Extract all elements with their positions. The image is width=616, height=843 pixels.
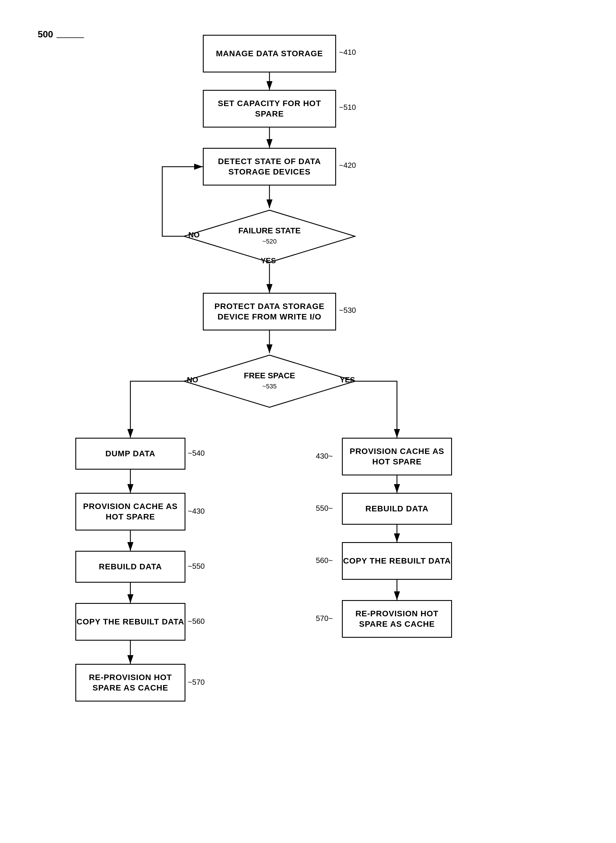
ref-570-right: 570~ xyxy=(316,614,333,623)
provision-cache-right-box: PROVISION CACHE AS HOT SPARE xyxy=(342,438,452,476)
ref-510: ~510 xyxy=(339,103,356,112)
svg-text:FREE SPACE: FREE SPACE xyxy=(244,371,295,380)
ref-570-left: ~570 xyxy=(188,678,205,687)
reprovision-right-box: RE-PROVISION HOT SPARE AS CACHE xyxy=(342,600,452,638)
ref-430-right: 430~ xyxy=(316,452,333,461)
manage-data-storage-box: MANAGE DATA STORAGE xyxy=(203,35,336,72)
reprovision-left-box: RE-PROVISION HOT SPARE AS CACHE xyxy=(75,664,185,702)
svg-text:~520: ~520 xyxy=(262,238,277,245)
svg-marker-17 xyxy=(184,355,355,407)
copy-rebuilt-right-box: COPY THE REBUILT DATA xyxy=(342,542,452,580)
svg-text:FAILURE STATE: FAILURE STATE xyxy=(238,226,301,235)
ref-430-left: ~430 xyxy=(188,507,205,516)
diagram-label: 500 xyxy=(38,29,53,40)
rebuild-data-left-box: REBUILD DATA xyxy=(75,551,185,583)
svg-text:~535: ~535 xyxy=(262,383,277,390)
svg-marker-14 xyxy=(184,210,355,262)
ref-540: ~540 xyxy=(188,449,205,458)
protect-device-box: PROTECT DATA STORAGE DEVICE FROM WRITE I… xyxy=(203,293,336,330)
detect-state-box: DETECT STATE OF DATA STORAGE DEVICES xyxy=(203,148,336,185)
ref-550-right: 550~ xyxy=(316,504,333,513)
ref-420-detect: ~420 xyxy=(339,161,356,170)
ref-530: ~530 xyxy=(339,306,356,315)
provision-cache-left-box: PROVISION CACHE AS HOT SPARE xyxy=(75,493,185,530)
flowchart-diagram: 500 xyxy=(0,0,616,843)
failure-state-diamond: FAILURE STATE ~520 NO YES xyxy=(183,209,356,264)
rebuild-data-right-box: REBUILD DATA xyxy=(342,493,452,525)
copy-rebuilt-left-box: COPY THE REBUILT DATA xyxy=(75,603,185,641)
ref-560-right: 560~ xyxy=(316,556,333,565)
ref-560-left: ~560 xyxy=(188,617,205,626)
set-capacity-box: SET CAPACITY FOR HOT SPARE xyxy=(203,90,336,128)
ref-550-left: ~550 xyxy=(188,562,205,571)
free-space-diamond: FREE SPACE ~535 NO YES xyxy=(183,354,356,409)
ref-410: ~410 xyxy=(339,48,356,57)
dump-data-box: DUMP DATA xyxy=(75,438,185,470)
